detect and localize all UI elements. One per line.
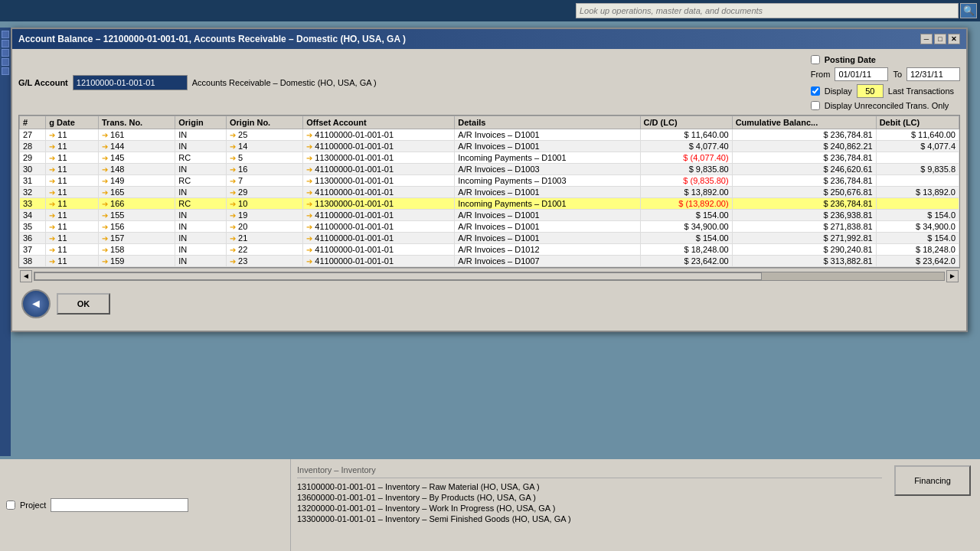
top-bar: 🔍 (0, 0, 980, 21)
search-input[interactable] (576, 3, 959, 18)
search-button[interactable]: 🔍 (960, 3, 977, 18)
